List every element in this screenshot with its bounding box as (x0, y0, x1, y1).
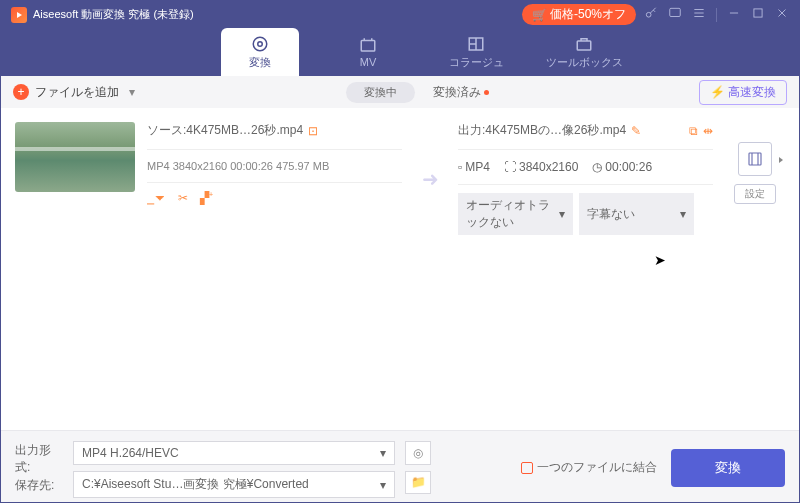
tab-completed[interactable]: 変換済み (433, 84, 489, 101)
output-format: ▫ MP4 (458, 160, 490, 174)
output-format-button[interactable] (738, 142, 772, 176)
svg-rect-1 (670, 8, 681, 16)
svg-point-4 (258, 41, 263, 46)
video-thumbnail[interactable] (15, 122, 135, 192)
resolution-icon[interactable]: ⧉ (689, 124, 698, 138)
format-settings-button[interactable]: ◎ (405, 441, 431, 465)
svg-rect-7 (577, 41, 591, 50)
tab-toolbox[interactable]: ツールボックス (545, 28, 623, 76)
output-column: 出力:4K475MBの…像26秒.mp4✎⧉⇹ ▫ MP4 ⛶ 3840x216… (458, 122, 713, 235)
close-button[interactable] (775, 6, 789, 23)
minimize-button[interactable] (727, 6, 741, 23)
chevron-down-icon: ▾ (680, 207, 686, 221)
output-format-select[interactable]: MP4 H.264/HEVC▾ (73, 441, 395, 465)
app-logo (11, 7, 27, 23)
checkbox-icon (521, 462, 533, 474)
subtitle-select[interactable]: 字幕ない▾ (579, 193, 694, 235)
cart-icon: 🛒 (532, 8, 547, 22)
lightning-icon: ⚡ (710, 85, 725, 99)
chevron-down-icon: ▾ (380, 478, 386, 492)
savepath-label: 保存先: (15, 477, 63, 494)
tab-in-progress[interactable]: 変換中 (346, 82, 415, 103)
output-filename: 出力:4K475MBの…像26秒.mp4 (458, 122, 626, 139)
edit-icon[interactable]: ✎ (631, 124, 641, 138)
svg-rect-5 (361, 41, 375, 52)
output-resolution: ⛶ 3840x2160 (504, 160, 578, 174)
tab-convert[interactable]: 変換 (221, 28, 299, 76)
add-file-button[interactable]: + ファイルを追加 ▾ (13, 84, 135, 101)
source-filename: ソース:4K475MB…26秒.mp4 (147, 122, 303, 139)
tab-mv[interactable]: MV (329, 28, 407, 76)
svg-point-0 (646, 12, 651, 17)
format-label: 出力形式: (15, 442, 63, 476)
merge-checkbox[interactable]: 一つのファイルに結合 (521, 459, 657, 476)
maximize-button[interactable] (751, 6, 765, 23)
footer: 出力形式: 保存先: MP4 H.264/HEVC▾ C:¥Aiseesoft … (1, 430, 799, 503)
compress-icon[interactable]: ⇹ (703, 124, 713, 138)
fast-convert-button[interactable]: ⚡高速変換 (699, 80, 787, 105)
feedback-icon[interactable] (668, 6, 682, 23)
menu-icon[interactable] (692, 6, 706, 23)
save-path-select[interactable]: C:¥Aiseesoft Stu…画変換 究極¥Converted▾ (73, 471, 395, 498)
audio-track-select[interactable]: オーディオトラックない▾ (458, 193, 573, 235)
main-tabs: 変換 MV コラージュ ツールボックス (1, 28, 799, 76)
arrow-icon: ➜ (414, 167, 446, 191)
titlebar: Aiseesoft 動画変換 究極 (未登録) 🛒価格-50%オフ (1, 1, 799, 28)
svg-point-3 (253, 37, 267, 51)
cut-icon[interactable]: ✂ (178, 191, 188, 205)
output-duration: ◷ 00:00:26 (592, 160, 652, 174)
promo-badge[interactable]: 🛒価格-50%オフ (522, 4, 636, 25)
key-icon[interactable] (644, 6, 658, 23)
tab-collage[interactable]: コラージュ (437, 28, 515, 76)
sub-toolbar: + ファイルを追加 ▾ 変換中 変換済み ⚡高速変換 (1, 76, 799, 108)
enhance-icon[interactable]: ▞+ (200, 191, 213, 205)
source-metadata: MP4 3840x2160 00:00:26 475.97 MB (147, 149, 402, 183)
convert-button[interactable]: 変換 (671, 449, 785, 487)
chevron-down-icon: ▾ (559, 207, 565, 221)
mouse-cursor: ➤ (654, 252, 666, 268)
file-list: ソース:4K475MB…26秒.mp4⊡ MP4 3840x2160 00:00… (1, 108, 799, 430)
open-folder-button[interactable]: 📁 (405, 471, 431, 495)
source-column: ソース:4K475MB…26秒.mp4⊡ MP4 3840x2160 00:00… (147, 122, 402, 205)
plus-icon: + (13, 84, 29, 100)
notification-dot (484, 90, 489, 95)
svg-rect-2 (754, 9, 762, 17)
trim-icon[interactable]: ⎯⏷ (147, 191, 166, 205)
svg-rect-8 (749, 153, 761, 165)
file-item: ソース:4K475MB…26秒.mp4⊡ MP4 3840x2160 00:00… (1, 108, 799, 249)
info-icon[interactable]: ⊡ (308, 124, 318, 138)
item-settings-button[interactable]: 設定 (734, 184, 776, 204)
chevron-down-icon: ▾ (380, 446, 386, 460)
app-title: Aiseesoft 動画変換 究極 (未登録) (33, 7, 522, 22)
